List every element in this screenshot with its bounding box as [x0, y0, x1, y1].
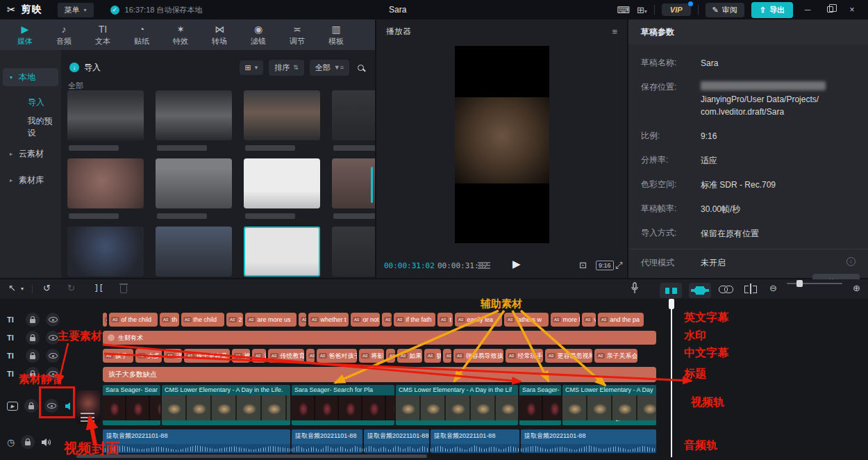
subtitle-clip-en[interactable] [382, 313, 392, 327]
subtitle-clip-en[interactable] [103, 313, 107, 327]
asset-tab[interactable]: ✶特效 [161, 19, 200, 50]
sidebar-item[interactable]: 我的预设 [3, 118, 58, 136]
asset-tab[interactable]: ◉滤镜 [239, 19, 278, 50]
chevron-down-icon[interactable]: ▾ [21, 286, 24, 292]
lock-toggle[interactable] [26, 313, 40, 327]
video-preview[interactable] [455, 46, 549, 243]
visibility-toggle[interactable] [46, 331, 60, 345]
subtitle-clip-en[interactable]: of the child [109, 313, 158, 327]
subtitle-clip-cn[interactable]: 亲子关系会 [594, 349, 637, 363]
select-cursor-icon[interactable]: ↖ [8, 283, 16, 293]
video-clip[interactable]: Sara Seager- [519, 385, 561, 425]
main-track-magnet-toggle[interactable] [660, 283, 682, 298]
delete-icon[interactable] [120, 286, 127, 293]
ratio-badge[interactable]: 9:16 [596, 261, 614, 270]
zoom-slider-handle[interactable] [796, 280, 803, 287]
auto-snap-toggle[interactable] [689, 283, 711, 298]
audio-clip[interactable]: 提取音频20221101-88 [292, 429, 362, 453]
lock-toggle[interactable] [24, 399, 38, 413]
frame-list-icon[interactable] [478, 262, 490, 270]
lock-toggle[interactable] [26, 331, 40, 345]
subtitle-clip-cn[interactable]: 犹 [424, 349, 441, 363]
search-icon[interactable] [358, 65, 364, 71]
subtitle-clip-en[interactable]: or not [351, 313, 380, 327]
subtitle-clip-cn[interactable]: 传统教育 [268, 349, 304, 363]
speaker-icon[interactable] [41, 438, 51, 447]
link-clips-icon[interactable] [719, 286, 733, 293]
subtitle-clip-en[interactable]: and the pa [598, 313, 644, 327]
media-thumbnail[interactable] [244, 158, 320, 208]
import-button[interactable]: ↓导入 [69, 62, 101, 74]
asset-tab[interactable]: ▥模板 [317, 19, 356, 50]
play-button[interactable]: ▶ [512, 258, 521, 270]
sidebar-item[interactable]: 导入 [3, 93, 58, 111]
subtitle-clip-en[interactable]: th [160, 313, 179, 327]
visibility-toggle[interactable] [46, 349, 60, 363]
zoom-out-icon[interactable]: ⊖ [769, 283, 777, 293]
close-button[interactable]: × [844, 5, 860, 15]
visibility-toggle[interactable] [46, 313, 60, 327]
subtitle-clip-cn[interactable]: 经常玩手 [506, 349, 543, 363]
timeline-zoom-slider[interactable] [787, 283, 842, 284]
split-icon[interactable]: ][ [94, 283, 103, 293]
media-thumbnail[interactable] [156, 158, 232, 208]
video-clip[interactable]: CMS Lower Elementary - A Day in the Life… [162, 385, 290, 425]
sidebar-item[interactable]: ▾本地 [3, 68, 58, 86]
subtitle-clip-en[interactable]: t [437, 313, 453, 327]
asset-tab[interactable]: ▶媒体 [6, 19, 44, 50]
subtitle-clip-cn[interactable]: 将影 [359, 349, 384, 363]
lock-toggle[interactable] [26, 349, 40, 363]
media-thumbnail[interactable] [332, 90, 375, 140]
info-icon[interactable]: i [846, 257, 856, 266]
shortcut-keyboard-icon[interactable]: ⌨ [617, 5, 630, 15]
subtitle-clip-cn[interactable] [386, 349, 395, 363]
subtitle-clip-en[interactable]: more l [551, 313, 580, 327]
media-thumbnail[interactable] [332, 227, 375, 277]
menu-button[interactable]: 菜单▾ [58, 3, 94, 17]
media-thumbnail[interactable] [67, 227, 144, 277]
visibility-toggle[interactable] [44, 399, 58, 413]
subtitle-clip-cn[interactable]: 孩子 [103, 349, 133, 363]
media-thumbnail[interactable] [156, 90, 232, 140]
subtitle-clip-cn[interactable]: 如果 [397, 349, 422, 363]
subtitle-clip-cn[interactable]: 这 [164, 349, 182, 363]
subtitle-clip-en[interactable]: 2 [226, 313, 243, 327]
sidebar-item[interactable]: ▸素材库 [3, 171, 58, 189]
subtitle-clip-en[interactable]: v [582, 313, 596, 327]
subtitle-clip-cn[interactable]: 很容易导致孩 [453, 349, 503, 363]
fullscreen-icon[interactable]: ⤢ [615, 260, 622, 271]
subtitle-clip-en[interactable]: whether t [308, 313, 349, 327]
redo-icon[interactable]: ↻ [67, 283, 75, 293]
minimize-button[interactable]: ─ [800, 5, 815, 15]
video-clip[interactable]: CMS Lower Elementary - A Day in the Lif [396, 385, 518, 425]
subtitle-clip-cn[interactable]: 爸爸对孩子 [317, 349, 357, 363]
audio-clip[interactable]: 提取音频20221101-88 [364, 429, 429, 453]
mute-speaker-icon[interactable] [65, 402, 74, 411]
watermark-clip[interactable]: 生财有术 [103, 331, 656, 345]
video-clip[interactable]: Sara Seager- Sear [103, 385, 160, 425]
asset-tab[interactable]: ♪音频 [44, 19, 83, 50]
maximize-button[interactable] [822, 5, 837, 15]
snapshot-icon[interactable]: ⊡ [579, 260, 587, 270]
subtitle-clip-en[interactable] [299, 313, 306, 327]
subtitle-clip-en[interactable]: the child [181, 313, 224, 327]
undo-icon[interactable]: ↺ [43, 283, 51, 293]
media-thumbnail[interactable] [244, 90, 320, 140]
media-thumbnail[interactable] [67, 90, 144, 140]
media-scrollbar[interactable] [371, 167, 373, 203]
asset-tab[interactable]: ◔贴纸 [122, 19, 161, 50]
timeline-ruler[interactable] [0, 299, 868, 311]
sidebar-item[interactable]: ▸云素材 [3, 145, 58, 163]
subtitle-clip-cn[interactable]: 更容易忽视和 [545, 349, 592, 363]
video-cover-thumbnail[interactable] [76, 391, 100, 424]
video-clip[interactable]: Sara Seager- Search for Pla [292, 385, 394, 425]
workspace-layout-icon[interactable]: ⊞▾ [637, 5, 647, 15]
media-thumbnail[interactable] [67, 158, 144, 208]
sort-button[interactable]: 排序⇅ [269, 60, 304, 76]
player-menu-icon[interactable]: ≡ [612, 26, 617, 37]
media-thumbnail[interactable] [156, 227, 232, 277]
subtitle-clip-en[interactable]: are more us [245, 313, 297, 327]
video-clip[interactable]: CMS Lower Elementary - A Day [562, 385, 656, 425]
subtitle-clip-cn[interactable]: 被 [232, 349, 250, 363]
playhead[interactable] [671, 299, 672, 457]
